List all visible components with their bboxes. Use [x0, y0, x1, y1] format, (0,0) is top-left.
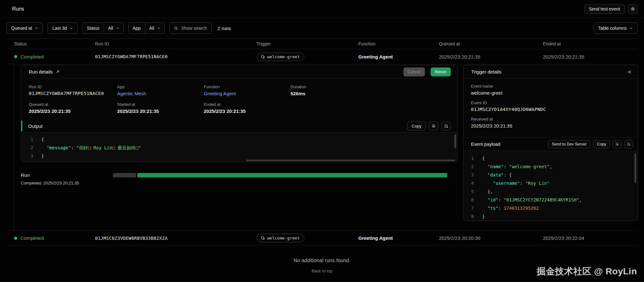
- event-icon: [261, 55, 265, 59]
- run-details-panel: Run details Cancel Rerun Run ID 01JMSC2Y…: [21, 65, 457, 162]
- copy-payload-button[interactable]: Copy: [593, 140, 610, 148]
- chevron-down-icon: [630, 27, 633, 30]
- expanded-run-detail: Run details Cancel Rerun Run ID 01JMSC2Y…: [14, 64, 638, 231]
- trigger-badge[interactable]: welcome-greet: [257, 234, 304, 242]
- field-duration: Duration 526ms: [290, 84, 449, 96]
- no-additional-runs-text: No additional runs found.: [0, 258, 644, 263]
- external-link-icon[interactable]: [56, 70, 60, 74]
- queued-at-cell: 2025/2/23 20:21:35: [439, 54, 543, 59]
- timeline-run-label: Run: [21, 172, 113, 178]
- wrap-text-icon: [432, 124, 436, 128]
- wrap-text-icon: [615, 142, 619, 146]
- function-cell: Greeting Agent: [358, 235, 439, 241]
- chevron-down-icon: [116, 27, 119, 30]
- timeline-run-segment: [137, 173, 447, 177]
- runs-table: Status Run ID Trigger Function Queued at…: [6, 38, 638, 64]
- event-payload-header: Event payload Send to Dev Server Copy: [464, 137, 638, 151]
- back-to-top-link[interactable]: Back to top: [312, 269, 332, 273]
- trigger-fields: Event name welcome-greet Event ID 01JMSC…: [464, 79, 638, 137]
- gear-icon: [630, 6, 635, 12]
- expand-lines-icon: [627, 142, 631, 146]
- status-dot-icon: [14, 237, 17, 240]
- output-code[interactable]: 1{2 "message": "你好□ Roy Lin□ 最近如何□"3}: [21, 132, 457, 162]
- function-link[interactable]: Greeting Agent: [204, 91, 290, 96]
- status-dot-icon: [14, 55, 17, 58]
- trigger-details-panel: Trigger details Event name welcome-greet…: [463, 65, 638, 221]
- chevron-down-icon: [35, 27, 38, 30]
- ended-at-cell: 2025/2/23 20:21:35: [543, 54, 638, 59]
- column-header-run-id: Run ID: [95, 41, 257, 46]
- event-payload-code[interactable]: 1{2 "name": "welcome-greet",3 "data": {4…: [464, 151, 638, 221]
- run-timeline: Run Completed: 2025/2/23 20:21:35: [21, 172, 457, 185]
- wrap-text-button[interactable]: [429, 121, 438, 130]
- rerun-button[interactable]: Rerun: [431, 67, 451, 76]
- run-details-fields: Run ID 01JMSC2YGWDA7MF7RPE51NACE0 App Ag…: [21, 79, 457, 120]
- timeline-completed-text: Completed: 2025/2/23 20:21:35: [21, 181, 457, 185]
- field-event-name: Event name welcome-greet: [471, 84, 631, 96]
- cancel-button[interactable]: Cancel: [403, 67, 425, 76]
- expand-lines-button[interactable]: [441, 121, 451, 130]
- timeline-bar[interactable]: [113, 173, 447, 177]
- send-test-event-button[interactable]: Send test event: [584, 4, 625, 14]
- topbar: Runs Send test event: [0, 0, 644, 18]
- status-label: Completed: [20, 235, 44, 241]
- column-header-queued-at: Queued at: [439, 41, 543, 46]
- copy-output-button[interactable]: Copy: [407, 121, 426, 130]
- column-header-status: Status: [14, 41, 95, 46]
- run-details-header: Run details Cancel Rerun: [21, 65, 457, 79]
- trigger-name: welcome-greet: [267, 236, 300, 240]
- column-header-ended-at: Ended at: [543, 41, 638, 46]
- table-header: Status Run ID Trigger Function Queued at…: [6, 38, 638, 49]
- run-id-cell: 01JMSC2YGWDA7MF7RPE51NACE0: [95, 54, 257, 59]
- filter-bar: Queued at Last 3d Status All App All Sho…: [0, 18, 644, 38]
- field-received-at: Received at 2025/2/23 20:21:35: [471, 117, 631, 129]
- expand-lines-icon: [444, 124, 448, 128]
- app-filter[interactable]: App All: [128, 22, 165, 34]
- queued-at-cell: 2025/2/23 20:20:30: [439, 235, 543, 241]
- page-title: Runs: [12, 6, 24, 12]
- vertical-scrollbar[interactable]: [634, 153, 636, 183]
- event-icon: [261, 236, 265, 240]
- field-started-at: Started at 2025/2/23 20:21:35: [117, 102, 204, 114]
- settings-button[interactable]: [628, 4, 638, 14]
- table-columns-button[interactable]: Table columns: [593, 22, 638, 34]
- field-event-id: Event ID 01JMSC2YD1A4XY40QJD6WAPNDC: [471, 100, 631, 112]
- queued-at-filter[interactable]: Queued at: [6, 22, 43, 34]
- trigger-details-title: Trigger details: [471, 69, 501, 74]
- time-range-filter[interactable]: Last 3d: [47, 22, 78, 34]
- chevron-down-icon: [157, 27, 160, 30]
- field-run-id: Run ID 01JMSC2YGWDA7MF7RPE51NACE0: [29, 84, 117, 96]
- search-icon: [174, 26, 178, 30]
- event-payload-label: Event payload: [471, 142, 500, 147]
- status-label: Completed: [20, 54, 44, 59]
- run-status: Completed: [14, 54, 95, 59]
- table-row[interactable]: Completed 01JMSC2YGWDA7MF7RPE51NACE0 wel…: [6, 49, 638, 64]
- column-header-function: Function: [358, 41, 439, 46]
- timeline-queued-segment: [113, 173, 136, 177]
- run-details-title: Run details: [29, 69, 53, 74]
- field-function: Function Greeting Agent: [204, 84, 290, 96]
- output-header: Output Copy: [21, 120, 457, 132]
- send-to-dev-server-button[interactable]: Send to Dev Server: [548, 140, 591, 148]
- watermark: 掘金技术社区 @ RoyLin: [537, 265, 637, 278]
- wrap-text-button[interactable]: [613, 140, 622, 148]
- runs-count: 2 runs: [218, 26, 231, 31]
- trigger-name: welcome-greet: [267, 54, 300, 59]
- trigger-details-header: Trigger details: [464, 65, 638, 79]
- chevron-down-icon: [70, 27, 73, 30]
- field-ended-at: Ended at 2025/2/23 20:21:35: [204, 102, 290, 114]
- field-app: App Agentic Mesh: [117, 84, 204, 96]
- expand-lines-button[interactable]: [624, 140, 633, 148]
- field-queued-at: Queued at 2025/2/23 20:21:35: [29, 102, 117, 114]
- app-link[interactable]: Agentic Mesh: [117, 91, 204, 96]
- ended-at-cell: 2025/2/23 20:22:04: [543, 235, 638, 241]
- show-search-button[interactable]: Show search: [169, 22, 212, 34]
- vertical-scrollbar[interactable]: [454, 135, 456, 148]
- trigger-badge[interactable]: welcome-greet: [257, 52, 304, 61]
- run-id-cell: 01JMSC0Z3VDEW8RBVB33B82XZA: [95, 236, 257, 241]
- horizontal-scrollbar[interactable]: [246, 160, 455, 161]
- collapse-panel-icon[interactable]: [627, 70, 631, 74]
- table-row[interactable]: Completed 01JMSC0Z3VDEW8RBVB33B82XZA wel…: [6, 231, 638, 246]
- column-header-trigger: Trigger: [257, 41, 358, 46]
- status-filter[interactable]: Status All: [82, 22, 123, 34]
